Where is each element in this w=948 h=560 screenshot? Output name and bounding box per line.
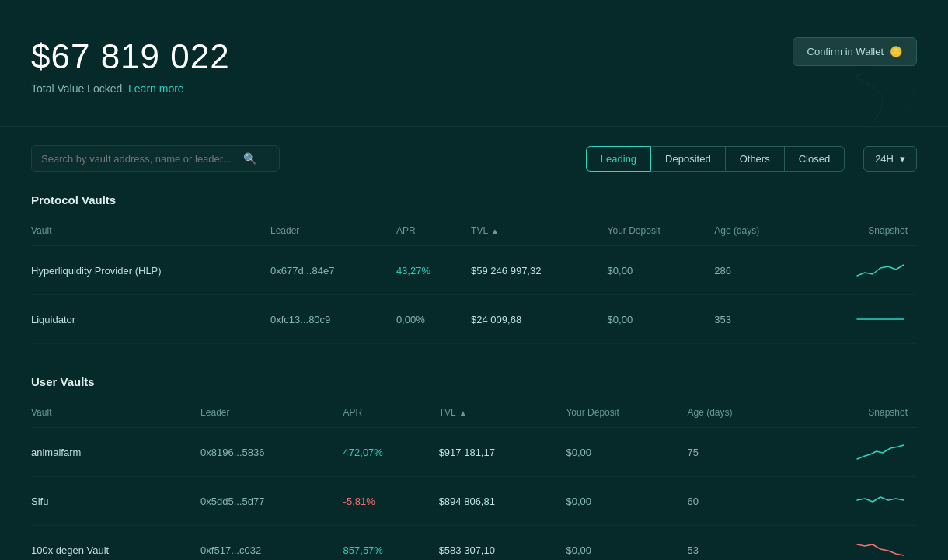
filter-deposited[interactable]: Deposited xyxy=(651,146,726,172)
apr-value: 0,00% xyxy=(396,295,471,344)
snapshot-cell xyxy=(807,295,917,344)
deposit-value: $0,00 xyxy=(566,526,687,561)
age-value: 75 xyxy=(687,428,793,477)
age-value: 286 xyxy=(714,246,807,295)
tvl-value: $24 009,68 xyxy=(471,295,608,344)
col-snapshot-user: Snapshot xyxy=(793,401,917,428)
col-snapshot-proto: Snapshot xyxy=(807,219,917,246)
col-vault-proto: Vault xyxy=(31,219,270,246)
tvl-sort-icon: ▲ xyxy=(491,227,499,235)
learn-more-link[interactable]: Learn more xyxy=(128,82,184,95)
apr-value: 472,07% xyxy=(343,428,439,477)
col-apr-proto: APR xyxy=(396,219,471,246)
time-selector[interactable]: 24H ▾ xyxy=(863,146,917,172)
tvl-value: $59 246 997,32 xyxy=(471,246,608,295)
protocol-vaults-table: Vault Leader APR TVL ▲ Your Deposit Age … xyxy=(31,219,917,344)
filter-closed[interactable]: Closed xyxy=(785,146,845,172)
snapshot-cell xyxy=(793,477,917,526)
table-row[interactable]: animalfarm 0x8196...5836 472,07% $917 18… xyxy=(31,428,917,477)
deposit-value: $0,00 xyxy=(608,295,715,344)
tvl-value: $917 181,17 xyxy=(439,428,566,477)
snapshot-cell xyxy=(807,246,917,295)
apr-value: -5,81% xyxy=(343,477,439,526)
tvl-value: $583 307,10 xyxy=(439,526,566,561)
vault-name: Hyperliquidity Provider (HLP) xyxy=(31,246,270,295)
snapshot-cell xyxy=(793,428,917,477)
filter-group: Leading Deposited Others Closed xyxy=(586,146,845,172)
selected-time: 24H xyxy=(875,153,894,165)
col-tvl-user[interactable]: TVL ▲ xyxy=(439,401,566,428)
col-age-proto: Age (days) xyxy=(714,219,807,246)
table-row[interactable]: Sifu 0x5dd5...5d77 -5,81% $894 806,81 $0… xyxy=(31,477,917,526)
toolbar: 🔍 Leading Deposited Others Closed 24H ▾ xyxy=(31,145,917,172)
deposit-value: $0,00 xyxy=(566,428,687,477)
vault-name: Sifu xyxy=(31,477,200,526)
hero-subtitle: Total Value Locked. Learn more xyxy=(31,82,917,95)
confirm-wallet-button[interactable]: Confirm in Wallet 🪙 xyxy=(793,37,917,66)
leader-address: 0x5dd5...5d77 xyxy=(200,477,343,526)
user-vaults-title: User Vaults xyxy=(31,375,917,388)
col-leader-user: Leader xyxy=(200,401,343,428)
search-box[interactable]: 🔍 xyxy=(31,145,280,172)
age-value: 53 xyxy=(687,526,793,561)
deposit-value: $0,00 xyxy=(566,477,687,526)
apr-value: 43,27% xyxy=(396,246,471,295)
chevron-down-icon: ▾ xyxy=(900,153,905,165)
table-row[interactable]: Hyperliquidity Provider (HLP) 0x677d...8… xyxy=(31,246,917,295)
leader-address: 0x677d...84e7 xyxy=(270,246,396,295)
leader-address: 0x8196...5836 xyxy=(200,428,343,477)
col-age-user: Age (days) xyxy=(687,401,793,428)
snapshot-cell xyxy=(793,526,917,561)
age-value: 353 xyxy=(714,295,807,344)
col-leader-proto: Leader xyxy=(270,219,396,246)
leader-address: 0xf517...c032 xyxy=(200,526,343,561)
tvl-amount: $67 819 022 xyxy=(31,37,917,76)
apr-value: 857,57% xyxy=(343,526,439,561)
col-vault-user: Vault xyxy=(31,401,200,428)
vault-name: Liquidator xyxy=(31,295,270,344)
hero-section: $67 819 022 Total Value Locked. Learn mo… xyxy=(0,0,948,126)
wallet-icon: 🪙 xyxy=(890,46,902,57)
tvl-value: $894 806,81 xyxy=(439,477,566,526)
user-vaults-table: Vault Leader APR TVL ▲ Your Deposit Age … xyxy=(31,401,917,560)
main-content: 🔍 Leading Deposited Others Closed 24H ▾ … xyxy=(0,127,948,560)
col-tvl-proto[interactable]: TVL ▲ xyxy=(471,219,608,246)
leader-address: 0xfc13...80c9 xyxy=(270,295,396,344)
deposit-value: $0,00 xyxy=(608,246,715,295)
table-row[interactable]: 100x degen Vault 0xf517...c032 857,57% $… xyxy=(31,526,917,561)
col-deposit-user: Your Deposit xyxy=(566,401,687,428)
age-value: 60 xyxy=(687,477,793,526)
col-apr-user: APR xyxy=(343,401,439,428)
filter-leading[interactable]: Leading xyxy=(586,146,651,172)
filter-others[interactable]: Others xyxy=(726,146,785,172)
tvl-sort-icon-user: ▲ xyxy=(459,409,467,417)
search-icon: 🔍 xyxy=(243,152,256,165)
col-deposit-proto: Your Deposit xyxy=(608,219,715,246)
confirm-wallet-label: Confirm in Wallet xyxy=(807,46,884,57)
vault-name: animalfarm xyxy=(31,428,200,477)
protocol-vaults-title: Protocol Vaults xyxy=(31,193,917,207)
table-row[interactable]: Liquidator 0xfc13...80c9 0,00% $24 009,6… xyxy=(31,295,917,344)
vault-name: 100x degen Vault xyxy=(31,526,200,561)
search-input[interactable] xyxy=(41,153,243,165)
